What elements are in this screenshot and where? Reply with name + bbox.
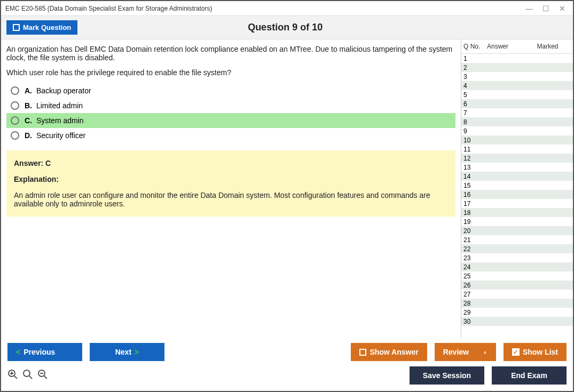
option-row[interactable]: B. Limited admin bbox=[6, 98, 455, 113]
sidebar-row[interactable]: 13 bbox=[461, 163, 573, 172]
sidebar-qno: 29 bbox=[463, 309, 487, 316]
sidebar-row[interactable]: 22 bbox=[461, 244, 573, 253]
sidebar-row[interactable]: 16 bbox=[461, 190, 573, 199]
sidebar-row[interactable]: 21 bbox=[461, 235, 573, 244]
options-list: A. Backup operatorB. Limited adminC. Sys… bbox=[6, 83, 455, 143]
sidebar-qno: 2 bbox=[463, 64, 487, 71]
sidebar-row[interactable]: 18 bbox=[461, 208, 573, 217]
sidebar-row[interactable]: 26 bbox=[461, 281, 573, 290]
svg-point-4 bbox=[23, 370, 30, 377]
save-session-button[interactable]: Save Session bbox=[410, 366, 484, 385]
svg-line-7 bbox=[44, 376, 47, 379]
end-exam-label: End Exam bbox=[511, 371, 547, 380]
explanation-text: An admin role user can configure and mon… bbox=[14, 191, 448, 208]
sidebar-row[interactable]: 14 bbox=[461, 172, 573, 181]
zoom-out-icon[interactable] bbox=[37, 369, 48, 382]
minimize-icon[interactable]: — bbox=[525, 4, 533, 13]
sidebar-qno: 23 bbox=[463, 254, 487, 262]
sidebar-row[interactable]: 17 bbox=[461, 199, 573, 208]
sidebar-row[interactable]: 29 bbox=[461, 308, 573, 317]
zoom-reset-icon[interactable] bbox=[22, 369, 33, 382]
sidebar-row[interactable]: 3 bbox=[461, 72, 573, 81]
sidebar-list[interactable]: 1234567891011121314151617181920212223242… bbox=[461, 54, 573, 338]
checkbox-checked-icon: ✓ bbox=[512, 348, 520, 356]
sidebar-row[interactable]: 27 bbox=[461, 290, 573, 299]
question-para-1: An organization has Dell EMC Data Domain… bbox=[6, 45, 455, 62]
sidebar-row[interactable]: 23 bbox=[461, 253, 573, 262]
sidebar-qno: 7 bbox=[463, 109, 487, 117]
sidebar-qno: 17 bbox=[463, 200, 487, 207]
previous-button[interactable]: < Previous bbox=[7, 343, 82, 361]
sidebar-row[interactable]: 19 bbox=[461, 217, 573, 226]
radio-icon bbox=[11, 116, 19, 125]
sidebar-qno: 1 bbox=[463, 55, 487, 62]
checkbox-icon bbox=[359, 349, 366, 356]
sidebar-row[interactable]: 20 bbox=[461, 226, 573, 235]
save-session-label: Save Session bbox=[423, 371, 471, 380]
answer-box: Answer: C Explanation: An admin role use… bbox=[6, 150, 455, 217]
app-window: EMC E20-585 (Data Domain Specialist Exam… bbox=[0, 0, 574, 392]
option-text: B. Limited admin bbox=[25, 101, 83, 110]
sidebar-qno: 22 bbox=[463, 245, 487, 253]
bottom-row-2: Save Session End Exam bbox=[7, 366, 567, 385]
maximize-icon[interactable]: ☐ bbox=[542, 4, 549, 13]
svg-line-1 bbox=[14, 376, 17, 379]
question-para-2: Which user role has the privilege requir… bbox=[6, 68, 455, 77]
sidebar-row[interactable]: 15 bbox=[461, 181, 573, 190]
show-answer-button[interactable]: Show Answer bbox=[351, 343, 427, 361]
sidebar-qno: 4 bbox=[463, 82, 487, 90]
option-row[interactable]: C. System admin bbox=[6, 113, 455, 128]
end-exam-button[interactable]: End Exam bbox=[492, 366, 567, 385]
show-list-label: Show List bbox=[523, 348, 558, 356]
topbar: Mark Question Question 9 of 10 bbox=[1, 16, 573, 39]
svg-line-5 bbox=[29, 376, 32, 379]
sidebar-row[interactable]: 1 bbox=[461, 54, 573, 63]
sidebar-qno: 8 bbox=[463, 118, 487, 126]
next-button[interactable]: Next > bbox=[90, 343, 164, 361]
answer-label: Answer: C bbox=[14, 159, 448, 167]
radio-icon bbox=[11, 86, 19, 95]
sidebar-row[interactable]: 28 bbox=[461, 299, 573, 308]
col-qno: Q No. bbox=[463, 43, 487, 50]
sidebar-row[interactable]: 10 bbox=[461, 135, 573, 145]
sidebar-row[interactable]: 2 bbox=[461, 63, 573, 72]
mark-question-button[interactable]: Mark Question bbox=[6, 20, 77, 35]
sidebar-qno: 27 bbox=[463, 291, 487, 298]
sidebar-row[interactable]: 25 bbox=[461, 271, 573, 281]
sidebar-row[interactable]: 5 bbox=[461, 90, 573, 99]
sidebar-qno: 10 bbox=[463, 137, 487, 144]
explanation-label: Explanation: bbox=[14, 175, 448, 183]
next-label: Next bbox=[115, 348, 131, 356]
sidebar-row[interactable]: 6 bbox=[461, 99, 573, 108]
sidebar-qno: 20 bbox=[463, 227, 487, 235]
sidebar-row[interactable]: 8 bbox=[461, 117, 573, 126]
review-button[interactable]: Review ▲ bbox=[435, 343, 496, 361]
checkbox-icon bbox=[13, 24, 20, 31]
option-row[interactable]: A. Backup operator bbox=[6, 83, 455, 98]
bottom-bar: < Previous Next > Show Answer Review ▲ ✓… bbox=[1, 338, 573, 391]
show-list-button[interactable]: ✓ Show List bbox=[504, 343, 567, 361]
sidebar-header: Q No. Answer Marked bbox=[461, 39, 573, 54]
sidebar-row[interactable]: 30 bbox=[461, 317, 573, 326]
previous-label: Previous bbox=[23, 348, 55, 356]
sidebar-qno: 21 bbox=[463, 236, 487, 244]
sidebar-row[interactable]: 11 bbox=[461, 145, 573, 154]
zoom-in-icon[interactable] bbox=[7, 369, 18, 382]
sidebar-qno: 18 bbox=[463, 209, 487, 217]
sidebar-qno: 25 bbox=[463, 273, 487, 280]
sidebar-row[interactable]: 12 bbox=[461, 154, 573, 163]
question-list-sidebar: Q No. Answer Marked 12345678910111213141… bbox=[461, 39, 573, 338]
titlebar: EMC E20-585 (Data Domain Specialist Exam… bbox=[1, 1, 573, 16]
close-icon[interactable]: ✕ bbox=[559, 4, 565, 13]
question-prompt: An organization has Dell EMC Data Domain… bbox=[6, 45, 455, 77]
option-text: C. System admin bbox=[25, 116, 84, 125]
sidebar-row[interactable]: 7 bbox=[461, 108, 573, 117]
sidebar-row[interactable]: 4 bbox=[461, 81, 573, 90]
sidebar-qno: 14 bbox=[463, 173, 487, 180]
zoom-controls bbox=[7, 369, 48, 382]
option-row[interactable]: D. Security officer bbox=[6, 128, 455, 143]
sidebar-row[interactable]: 24 bbox=[461, 262, 573, 271]
sidebar-qno: 26 bbox=[463, 282, 487, 289]
radio-icon bbox=[11, 131, 19, 140]
sidebar-row[interactable]: 9 bbox=[461, 126, 573, 135]
